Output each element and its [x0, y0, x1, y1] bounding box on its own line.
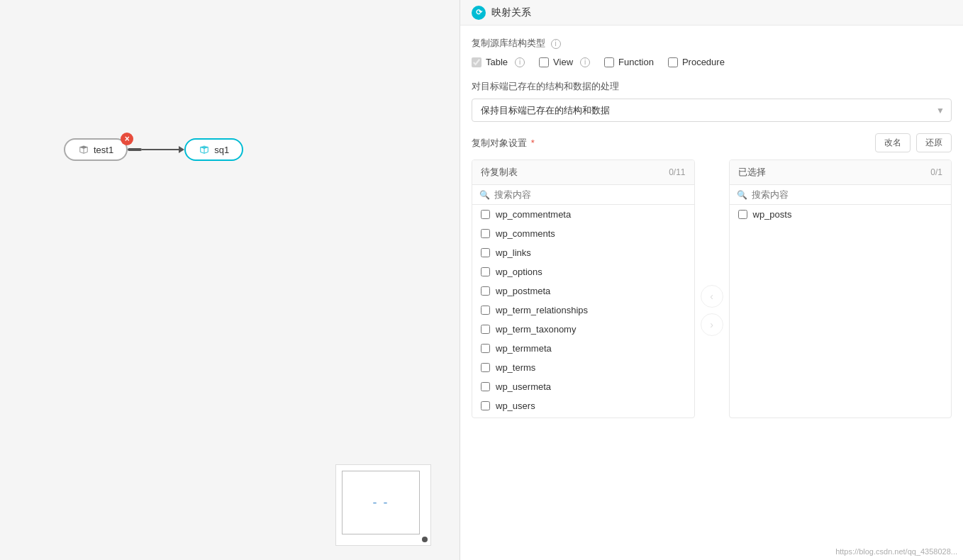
tables-container: 待复制表 0/11 🔍 wp_commentmetawp_commentswp_…: [472, 159, 952, 418]
table-row-checkbox[interactable]: [481, 286, 490, 296]
table-row[interactable]: wp_postmeta: [472, 281, 694, 301]
table-row-name: wp_options: [496, 267, 542, 277]
table-row-name: wp_term_relationships: [496, 305, 588, 315]
target-handling-section: 对目标端已存在的结构和数据的处理 保持目标端已存在的结构和数据 删除目标端结构和…: [472, 80, 952, 122]
table-row-name: wp_commentmeta: [496, 209, 571, 220]
table-row-name: wp_postmeta: [496, 286, 550, 296]
table-row[interactable]: wp_commentmeta: [472, 205, 694, 224]
selected-panel-count: 0/1: [930, 167, 942, 177]
table-row[interactable]: wp_options: [472, 262, 694, 281]
copy-settings-label: 复制对象设置 *: [472, 137, 535, 150]
pending-table-panel: 待复制表 0/11 🔍 wp_commentmetawp_commentswp_…: [472, 159, 695, 418]
table-row-checkbox[interactable]: [481, 248, 490, 257]
table-row-name: wp_links: [496, 247, 531, 258]
table-row-checkbox[interactable]: [481, 306, 490, 315]
table-row-name: wp_usermeta: [496, 381, 551, 392]
checkbox-procedure-input[interactable]: [668, 57, 678, 67]
table-row[interactable]: wp_termmeta: [472, 339, 694, 358]
panel-header-icon: ⟳: [472, 6, 486, 20]
table-row[interactable]: wp_posts: [730, 205, 952, 224]
checkbox-view[interactable]: View i: [539, 57, 590, 67]
table-row-name: wp_posts: [753, 209, 792, 220]
table-row[interactable]: wp_term_taxonomy: [472, 320, 694, 339]
required-indicator: *: [531, 138, 535, 148]
source-node-label: test1: [94, 145, 113, 155]
checkbox-procedure-label: Procedure: [682, 57, 725, 67]
pending-search-box: 🔍: [472, 185, 694, 205]
selected-panel-header: 已选择 0/1: [730, 160, 952, 185]
selected-search-input[interactable]: [752, 189, 945, 200]
target-handling-select[interactable]: 保持目标端已存在的结构和数据 删除目标端结构和数据后重建 仅删除目标端数据: [472, 99, 952, 122]
target-node-icon: [199, 144, 210, 155]
table-row[interactable]: wp_comments: [472, 224, 694, 243]
source-structure-label: 复制源库结构类型 i: [472, 37, 952, 50]
pending-search-input[interactable]: [494, 189, 687, 200]
checkbox-table-input[interactable]: [472, 57, 482, 67]
delete-connection-btn[interactable]: ×: [121, 133, 133, 145]
table-row-checkbox[interactable]: [738, 210, 747, 219]
checkbox-table-label: Table: [486, 57, 508, 67]
pending-panel-header: 待复制表 0/11: [472, 160, 694, 185]
table-row-checkbox[interactable]: [481, 344, 490, 353]
source-node-icon: [78, 144, 89, 155]
table-row-name: wp_users: [496, 401, 535, 411]
minimap-inner: - -: [342, 471, 420, 534]
panel-title: 映射关系: [491, 6, 531, 19]
table-row[interactable]: wp_term_relationships: [472, 301, 694, 320]
selected-table-panel: 已选择 0/1 🔍 wp_posts: [729, 159, 952, 418]
table-info-icon[interactable]: i: [515, 57, 525, 67]
table-row[interactable]: wp_usermeta: [472, 377, 694, 396]
table-row-checkbox[interactable]: [481, 325, 490, 334]
table-row-checkbox[interactable]: [481, 363, 490, 372]
table-row[interactable]: wp_terms: [472, 358, 694, 377]
selected-search-icon: 🔍: [737, 190, 747, 200]
checkbox-function-input[interactable]: [604, 57, 614, 67]
copy-settings-header: 复制对象设置 * 改名 还原: [472, 133, 952, 152]
table-row[interactable]: wp_links: [472, 243, 694, 262]
table-row-name: wp_term_taxonomy: [496, 324, 576, 335]
target-handling-label: 对目标端已存在的结构和数据的处理: [472, 80, 952, 93]
flow-container: × test1 sq1: [64, 138, 243, 161]
right-panel: ⟳ 映射关系 复制源库结构类型 i Table i View i Functio…: [460, 0, 963, 560]
table-row[interactable]: wp_users: [472, 396, 694, 415]
pending-search-icon: 🔍: [479, 190, 490, 200]
target-handling-select-wrapper: 保持目标端已存在的结构和数据 删除目标端结构和数据后重建 仅删除目标端数据 ▼: [472, 99, 952, 122]
table-row-checkbox[interactable]: [481, 210, 490, 219]
connector: [128, 146, 184, 153]
structure-type-checkboxes: Table i View i Function Procedure: [472, 57, 952, 67]
table-row-checkbox[interactable]: [481, 267, 490, 276]
canvas-area: × test1 sq1: [0, 0, 460, 560]
watermark: https://blog.csdn.net/qq_4358028...: [835, 547, 957, 556]
checkbox-table[interactable]: Table i: [472, 57, 525, 67]
source-structure-info-icon[interactable]: i: [551, 39, 561, 49]
checkbox-function[interactable]: Function: [604, 57, 654, 67]
source-node[interactable]: × test1: [64, 138, 128, 161]
minimap-content: - -: [373, 495, 389, 510]
selected-panel-title: 已选择: [738, 166, 766, 179]
target-node[interactable]: sq1: [184, 138, 243, 161]
checkbox-view-label: View: [553, 57, 573, 67]
pending-table-list: wp_commentmetawp_commentswp_linkswp_opti…: [472, 205, 694, 418]
table-row-checkbox[interactable]: [481, 401, 490, 410]
pending-panel-count: 0/11: [669, 167, 685, 177]
table-row-name: wp_comments: [496, 228, 555, 239]
restore-button[interactable]: 还原: [916, 133, 952, 152]
checkbox-procedure[interactable]: Procedure: [668, 57, 725, 67]
checkbox-function-label: Function: [618, 57, 654, 67]
minimap: - -: [335, 464, 431, 546]
target-node-label: sq1: [214, 145, 229, 155]
table-row-name: wp_terms: [496, 362, 535, 373]
rename-button[interactable]: 改名: [875, 133, 911, 152]
header-action-buttons: 改名 还原: [875, 133, 952, 152]
transfer-right-button[interactable]: ›: [701, 313, 723, 336]
checkbox-view-input[interactable]: [539, 57, 549, 67]
pending-panel-title: 待复制表: [481, 166, 518, 179]
transfer-left-button[interactable]: ‹: [701, 285, 723, 308]
table-row-checkbox[interactable]: [481, 229, 490, 238]
table-row-name: wp_termmeta: [496, 343, 552, 354]
selected-search-box: 🔍: [730, 185, 952, 205]
selected-table-list: wp_posts: [730, 205, 952, 418]
transfer-buttons: ‹ ›: [695, 285, 729, 336]
table-row-checkbox[interactable]: [481, 382, 490, 391]
view-info-icon[interactable]: i: [580, 57, 590, 67]
